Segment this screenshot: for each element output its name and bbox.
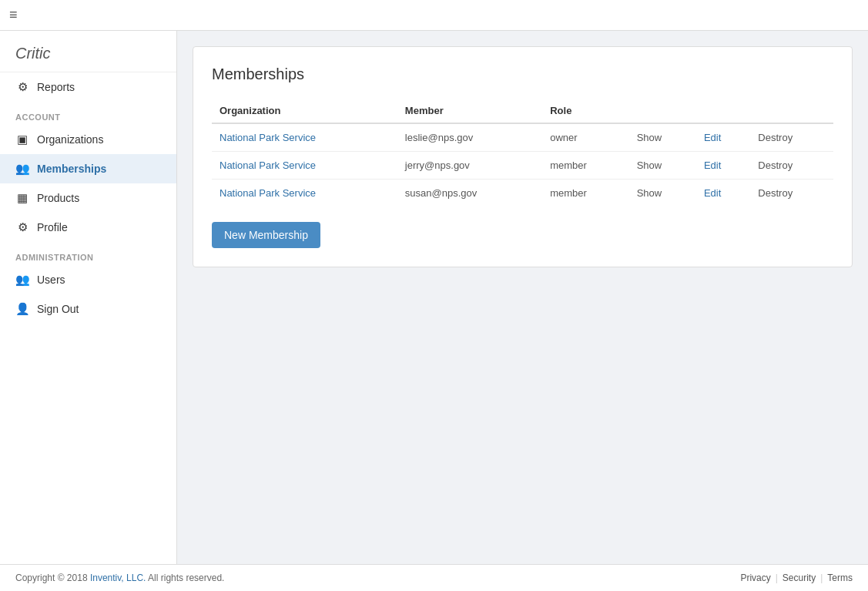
footer: Copyright © 2018 Inventiv, LLC. All righ…	[0, 564, 868, 591]
sidebar-item-memberships[interactable]: 👥 Memberships	[0, 154, 176, 183]
topbar: ≡	[0, 0, 868, 31]
hamburger-icon[interactable]: ≡	[9, 7, 18, 23]
sidebar-item-profile[interactable]: ⚙ Profile	[0, 213, 176, 242]
footer-sep-2: |	[820, 573, 823, 583]
edit-link[interactable]: Edit	[704, 132, 721, 143]
memberships-icon: 👥	[15, 162, 29, 176]
cell-organization: National Park Service	[212, 152, 397, 180]
sidebar: Critic ⚙ Reports ACCOUNT ▣ Organizations…	[0, 31, 177, 564]
cell-destroy[interactable]: Destroy	[750, 180, 833, 207]
sidebar-item-users[interactable]: 👥 Users	[0, 265, 176, 294]
col-organization: Organization	[212, 99, 397, 123]
sidebar-item-organizations[interactable]: ▣ Organizations	[0, 125, 176, 154]
cell-role: owner	[542, 123, 628, 152]
destroy-link[interactable]: Destroy	[758, 187, 793, 199]
cell-role: member	[542, 180, 628, 207]
cell-organization: National Park Service	[212, 123, 397, 152]
table-row: National Park Service susan@nps.gov memb…	[212, 180, 833, 207]
sidebar-item-organizations-label: Organizations	[37, 133, 103, 146]
app-logo: Critic	[0, 31, 176, 72]
sidebar-item-reports[interactable]: ⚙ Reports	[0, 72, 176, 102]
new-membership-button[interactable]: New Membership	[212, 222, 320, 248]
sidebar-item-users-label: Users	[37, 274, 65, 286]
footer-link-terms[interactable]: Terms	[827, 573, 853, 583]
organizations-icon: ▣	[15, 133, 29, 146]
cell-member: jerry@nps.gov	[397, 152, 542, 180]
sidebar-item-products-label: Products	[37, 192, 79, 204]
sidebar-item-sign-out-label: Sign Out	[37, 303, 79, 315]
table-row: National Park Service jerry@nps.gov memb…	[212, 152, 833, 180]
footer-company: Inventiv, LLC.	[90, 573, 146, 583]
show-link[interactable]: Show	[637, 187, 662, 199]
users-icon: 👥	[15, 273, 29, 287]
footer-sep-1: |	[776, 573, 778, 583]
card-title: Memberships	[212, 65, 833, 83]
products-icon: ▦	[15, 191, 29, 205]
sidebar-item-memberships-label: Memberships	[37, 163, 106, 175]
col-actions	[629, 99, 833, 123]
sidebar-section-administration: ADMINISTRATION	[0, 242, 176, 265]
cell-show[interactable]: Show	[629, 180, 696, 207]
profile-icon: ⚙	[15, 220, 29, 234]
show-link[interactable]: Show	[637, 132, 662, 143]
cell-show[interactable]: Show	[629, 152, 696, 180]
sidebar-item-products[interactable]: ▦ Products	[0, 183, 176, 213]
memberships-card: Memberships Organization Member Role Nat…	[193, 46, 853, 267]
table-row: National Park Service leslie@nps.gov own…	[212, 123, 833, 152]
cell-show[interactable]: Show	[629, 123, 696, 152]
main-content: Memberships Organization Member Role Nat…	[177, 31, 868, 564]
cell-destroy[interactable]: Destroy	[750, 152, 833, 180]
cell-member: leslie@nps.gov	[397, 123, 542, 152]
footer-link-security[interactable]: Security	[783, 573, 816, 583]
edit-link[interactable]: Edit	[704, 187, 721, 199]
destroy-link[interactable]: Destroy	[758, 132, 793, 143]
cell-edit[interactable]: Edit	[696, 180, 750, 207]
cell-member: susan@nps.gov	[397, 180, 542, 207]
cell-role: member	[542, 152, 628, 180]
col-role: Role	[542, 99, 628, 123]
sidebar-item-sign-out[interactable]: 👤 Sign Out	[0, 294, 176, 324]
footer-rights: All rights reserved.	[148, 573, 224, 583]
show-link[interactable]: Show	[637, 160, 662, 171]
cell-edit[interactable]: Edit	[696, 152, 750, 180]
copyright-text: Copyright © 2018	[15, 573, 88, 583]
cell-destroy[interactable]: Destroy	[750, 123, 833, 152]
sidebar-item-profile-label: Profile	[37, 221, 68, 233]
sidebar-item-reports-label: Reports	[37, 81, 75, 93]
footer-links: Privacy | Security | Terms	[740, 573, 853, 583]
reports-icon: ⚙	[15, 80, 29, 94]
memberships-table: Organization Member Role National Park S…	[212, 99, 833, 207]
col-member: Member	[397, 99, 542, 123]
destroy-link[interactable]: Destroy	[758, 160, 793, 171]
edit-link[interactable]: Edit	[704, 160, 721, 171]
cell-organization: National Park Service	[212, 180, 397, 207]
cell-edit[interactable]: Edit	[696, 123, 750, 152]
footer-link-privacy[interactable]: Privacy	[740, 573, 770, 583]
footer-copyright: Copyright © 2018 Inventiv, LLC. All righ…	[15, 573, 224, 583]
sidebar-section-account: ACCOUNT	[0, 102, 176, 125]
sign-out-icon: 👤	[15, 302, 29, 316]
layout: Critic ⚙ Reports ACCOUNT ▣ Organizations…	[0, 31, 868, 564]
